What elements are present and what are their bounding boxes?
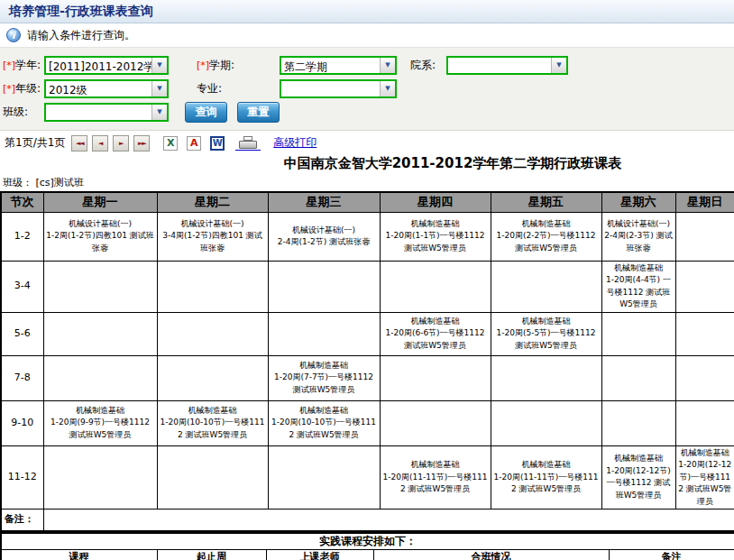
semester-label-text: 学期: bbox=[209, 58, 234, 73]
class-info-line: 班级： [cs]测试班 bbox=[0, 175, 734, 189]
chevron-down-icon[interactable]: ▼ bbox=[151, 58, 167, 73]
required-marker: [*] bbox=[3, 60, 15, 71]
chevron-glyph: ▼ bbox=[157, 85, 161, 92]
required-marker: [*] bbox=[3, 83, 15, 95]
period-cell: 7-8 bbox=[1, 355, 43, 400]
timetable-row: 1-2机械设计基础(一) 1-2周(1-2节)四教101 测试班张蓉机械设计基础… bbox=[1, 212, 734, 261]
grade-label: [*]年级: bbox=[3, 81, 44, 96]
practice-table: 实践课程安排如下： 课程起止周上课老师合班情况备注 电工基础1-20W5管理员机… bbox=[0, 532, 734, 560]
chevron-down-icon[interactable]: ▼ bbox=[551, 58, 566, 73]
department-label-text: 院系: bbox=[410, 58, 436, 73]
page-header: 培养管理-行政班课表查询 bbox=[0, 0, 734, 23]
remark-value bbox=[43, 510, 734, 531]
empty-cell bbox=[268, 312, 380, 355]
chevron-down-icon[interactable]: ▼ bbox=[151, 105, 167, 120]
form-row-3: 班级: ▼ 查询 重置 bbox=[3, 100, 734, 124]
course-cell: 机械制造基础 1-20周(10-10节)一号楼1112 测试班W5管理员 bbox=[157, 400, 268, 445]
timetable-body: 1-2机械设计基础(一) 1-2周(1-2节)四教101 测试班张蓉机械设计基础… bbox=[1, 212, 734, 510]
chevron-down-icon[interactable]: ▼ bbox=[151, 81, 167, 96]
chevron-down-icon[interactable]: ▼ bbox=[380, 81, 395, 96]
course-cell: 机械设计基础(一) 2-4周(1-2节) 测试班张蓉 bbox=[268, 212, 380, 261]
period-cell: 5-6 bbox=[1, 312, 43, 355]
course-cell: 机械制造基础 1-20周(1-1节)一号楼1112 测试班W5管理员 bbox=[380, 212, 491, 261]
chevron-glyph: ▼ bbox=[556, 61, 561, 69]
course-cell: 机械制造基础 1-20周(12-12节)一号楼1112 测试班W5管理员 bbox=[675, 445, 734, 510]
reset-button[interactable]: 重置 bbox=[237, 102, 280, 123]
class-label-text: 班级: bbox=[3, 105, 28, 120]
timetable-column-header: 星期四 bbox=[380, 192, 491, 212]
timetable-row: 5-6机械制造基础 1-20周(6-6节)一号楼1112 测试班W5管理员机械制… bbox=[1, 312, 734, 355]
department-value bbox=[448, 58, 551, 73]
practice-title: 实践课程安排如下： bbox=[1, 533, 734, 550]
report-title: 中国南京金智大学2011-2012学年第二学期行政班课表 bbox=[0, 155, 734, 175]
class-value-form bbox=[46, 105, 151, 120]
course-cell: 机械制造基础 1-20周(2-2节)一号楼1112 测试班W5管理员 bbox=[491, 212, 601, 261]
timetable-column-header: 节次 bbox=[1, 192, 43, 212]
timetable-column-header: 星期五 bbox=[491, 192, 601, 212]
next-page-button[interactable]: ► bbox=[113, 135, 129, 151]
semester-select[interactable]: 第二学期 ▼ bbox=[280, 56, 397, 75]
timetable-row: 9-10机械制造基础 1-20周(9-9节)一号楼1112 测试班W5管理员机械… bbox=[1, 400, 734, 445]
timetable-column-header: 星期三 bbox=[268, 192, 380, 212]
empty-cell bbox=[157, 261, 268, 312]
practice-column-header: 合班情况 bbox=[373, 549, 609, 560]
empty-cell bbox=[675, 261, 734, 312]
school-year-label-text: 学年: bbox=[15, 58, 41, 73]
required-marker: [*] bbox=[197, 60, 209, 71]
print-icon[interactable] bbox=[235, 136, 261, 151]
empty-cell bbox=[601, 355, 675, 400]
class-label-form: 班级: bbox=[3, 105, 44, 120]
empty-cell bbox=[268, 261, 380, 312]
empty-cell bbox=[491, 261, 601, 312]
pdf-export-icon[interactable]: A bbox=[187, 136, 201, 151]
course-cell: 机械制造基础 1-20周(9-9节)一号楼1112 测试班W5管理员 bbox=[43, 400, 157, 445]
info-icon: i bbox=[6, 28, 21, 42]
period-cell: 1-2 bbox=[1, 212, 43, 261]
query-button[interactable]: 查询 bbox=[185, 102, 227, 123]
course-cell: 机械制造基础 1-20周(12-12节)一号楼1112 测试班W5管理员 bbox=[601, 445, 675, 510]
chevron-glyph: ▼ bbox=[157, 108, 161, 115]
chevron-glyph: ▼ bbox=[385, 61, 390, 69]
class-select[interactable]: ▼ bbox=[44, 103, 169, 122]
course-cell: 机械制造基础 1-20周(10-10节)一号楼1112 测试班W5管理员 bbox=[268, 400, 380, 445]
course-cell: 机械制造基础 1-20周(6-6节)一号楼1112 测试班W5管理员 bbox=[380, 312, 491, 355]
empty-cell bbox=[675, 355, 734, 400]
chevron-glyph: ▼ bbox=[385, 85, 390, 92]
advanced-print-link[interactable]: 高级打印 bbox=[273, 135, 317, 151]
empty-cell bbox=[157, 355, 268, 400]
word-export-icon[interactable]: W bbox=[210, 136, 225, 151]
empty-cell bbox=[491, 355, 601, 400]
grade-value: 2012级 bbox=[46, 81, 151, 96]
course-cell: 机械制造基础 1-20周(5-5节)一号楼1112 测试班W5管理员 bbox=[491, 312, 601, 355]
major-label: 专业: bbox=[197, 81, 280, 96]
empty-cell bbox=[380, 400, 491, 445]
school-year-select[interactable]: [2011]2011-2012学年 ▼ bbox=[44, 56, 169, 75]
class-info-value: [cs]测试班 bbox=[36, 177, 84, 188]
major-value bbox=[281, 81, 380, 96]
timetable-column-header: 星期六 bbox=[601, 192, 675, 212]
practice-title-row: 实践课程安排如下： bbox=[1, 533, 734, 550]
first-page-button[interactable]: ◄◄ bbox=[71, 135, 87, 151]
page: 培养管理-行政班课表查询 i 请输入条件进行查询。 [*]学年: [2011]2… bbox=[0, 0, 734, 560]
empty-cell bbox=[157, 312, 268, 355]
excel-export-icon[interactable]: X bbox=[163, 136, 178, 151]
school-year-label: [*]学年: bbox=[3, 58, 44, 73]
prev-page-button[interactable]: ◄ bbox=[92, 135, 108, 151]
empty-cell bbox=[268, 445, 380, 510]
period-cell: 9-10 bbox=[1, 400, 43, 445]
period-cell: 11-12 bbox=[1, 445, 43, 510]
grade-label-text: 年级: bbox=[15, 81, 41, 96]
practice-column-header: 课程 bbox=[1, 549, 157, 560]
page-title: 培养管理-行政班课表查询 bbox=[9, 4, 153, 20]
last-page-button[interactable]: ►► bbox=[133, 135, 150, 151]
form-row-1: [*]学年: [2011]2011-2012学年 ▼ [*]学期: 第二学期 ▼… bbox=[3, 53, 734, 77]
period-cell: 3-4 bbox=[1, 261, 43, 312]
empty-cell bbox=[601, 400, 675, 445]
major-select[interactable]: ▼ bbox=[280, 79, 397, 98]
timetable: 节次星期一星期二星期三星期四星期五星期六星期日 1-2机械设计基础(一) 1-2… bbox=[0, 191, 734, 532]
timetable-column-header: 星期二 bbox=[157, 192, 268, 212]
department-select[interactable]: ▼ bbox=[446, 56, 568, 75]
empty-cell bbox=[43, 312, 157, 355]
grade-select[interactable]: 2012级 ▼ bbox=[44, 79, 169, 98]
chevron-down-icon[interactable]: ▼ bbox=[380, 58, 395, 73]
